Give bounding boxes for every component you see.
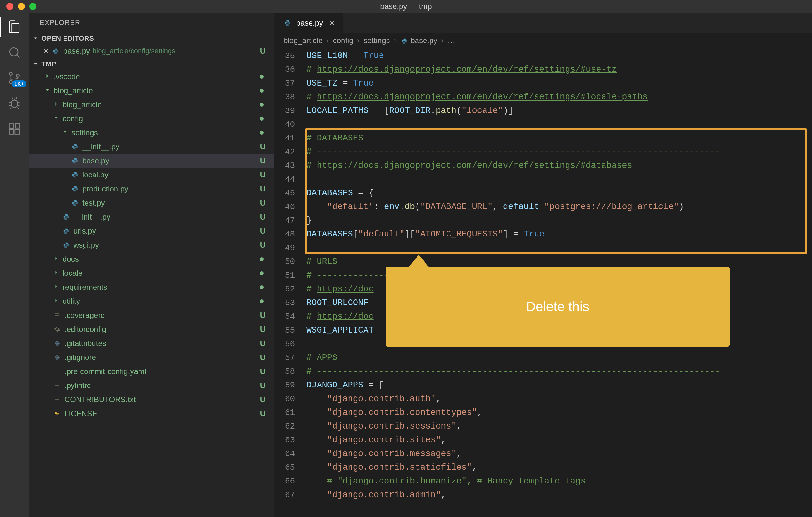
line-number: 37 xyxy=(274,77,307,90)
breadcrumb-item[interactable]: base.py xyxy=(400,36,438,45)
workspace-header[interactable]: TMP xyxy=(29,58,274,69)
extensions-icon[interactable] xyxy=(7,121,22,137)
folder-item[interactable]: config xyxy=(29,112,274,126)
code-line[interactable] xyxy=(307,241,812,255)
window-close-button[interactable] xyxy=(6,3,13,10)
file-item[interactable]: .coveragercU xyxy=(29,308,274,322)
breadcrumb-item[interactable]: config xyxy=(333,36,353,45)
svg-rect-7 xyxy=(15,123,20,128)
file-item[interactable]: local.pyU xyxy=(29,168,274,182)
code-line[interactable]: "django.contrib.messages", xyxy=(307,447,812,461)
code-content[interactable]: Delete this USE_L10N = True# https://doc… xyxy=(307,48,812,517)
git-status: U xyxy=(260,156,266,165)
code-line[interactable]: DJANGO_APPS = [ xyxy=(307,378,812,392)
file-item[interactable]: .editorconfigU xyxy=(29,322,274,336)
code-line[interactable]: # APPS xyxy=(307,351,812,365)
item-name: blog_article xyxy=(54,86,93,95)
file-item[interactable]: .pre-commit-config.yamlU xyxy=(29,365,274,378)
git-file-icon xyxy=(53,354,61,361)
debug-icon[interactable] xyxy=(7,96,22,111)
file-item[interactable]: __init__.pyU xyxy=(29,210,274,224)
file-item[interactable]: .gitattributesU xyxy=(29,336,274,350)
file-item[interactable]: .gitignoreU xyxy=(29,350,274,365)
breadcrumb-item[interactable]: blog_article xyxy=(284,36,323,45)
file-item[interactable]: production.pyU xyxy=(29,182,274,196)
folder-item[interactable]: requirements xyxy=(29,280,274,294)
callout-text: Delete this xyxy=(526,299,589,314)
code-line[interactable] xyxy=(307,118,812,132)
file-item[interactable]: CONTRIBUTORS.txtU xyxy=(29,393,274,407)
code-line[interactable]: # --------------------------------------… xyxy=(307,365,812,378)
close-editor-icon[interactable]: × xyxy=(41,47,51,56)
file-item[interactable]: base.pyU xyxy=(29,154,274,168)
open-editors-header[interactable]: OPEN EDITORS xyxy=(29,33,274,44)
code-line[interactable]: } xyxy=(307,214,812,228)
code-line[interactable]: "django.contrib.contenttypes", xyxy=(307,406,812,420)
item-name: test.py xyxy=(82,199,105,207)
code-line[interactable]: "django.contrib.admin", xyxy=(307,488,812,502)
file-item[interactable]: __init__.pyU xyxy=(29,140,274,154)
line-number: 46 xyxy=(274,200,307,214)
code-line[interactable]: "django.contrib.sites", xyxy=(307,433,812,447)
code-line[interactable]: "django.contrib.sessions", xyxy=(307,420,812,433)
window-minimize-button[interactable] xyxy=(18,3,25,10)
item-name: .pre-commit-config.yaml xyxy=(64,367,146,376)
explorer-sidebar: EXPLORER OPEN EDITORS × base.py blog_art… xyxy=(29,13,274,517)
titlebar[interactable]: base.py — tmp xyxy=(0,0,812,13)
svg-point-0 xyxy=(9,48,18,56)
annotation-callout: Delete this xyxy=(385,267,730,347)
item-name: __init__.py xyxy=(82,142,119,151)
code-line[interactable]: # https://docs.djangoproject.com/en/dev/… xyxy=(307,63,812,77)
code-editor[interactable]: 3536373839404142434445464748495051525354… xyxy=(274,48,812,517)
code-line[interactable]: # https://docs.djangoproject.com/en/dev/… xyxy=(307,159,812,173)
item-name: docs xyxy=(63,255,79,264)
code-line[interactable]: "default": env.db("DATABASE_URL", defaul… xyxy=(307,200,812,214)
line-number: 41 xyxy=(274,132,307,145)
py-file-icon xyxy=(62,242,70,248)
file-item[interactable]: .pylintrcU xyxy=(29,378,274,393)
code-line[interactable]: USE_L10N = True xyxy=(307,49,812,63)
line-number: 44 xyxy=(274,173,307,186)
file-item[interactable]: urls.pyU xyxy=(29,224,274,238)
folder-item[interactable]: locale xyxy=(29,266,274,280)
code-line[interactable]: LOCALE_PATHS = [ROOT_DIR.path("locale")] xyxy=(307,104,812,118)
item-name: .coveragerc xyxy=(64,311,105,320)
breadcrumb-item[interactable]: … xyxy=(447,36,455,45)
line-numbers: 3536373839404142434445464748495051525354… xyxy=(274,48,307,517)
tab-base-py[interactable]: base.py × xyxy=(274,13,343,33)
code-line[interactable]: USE_TZ = True xyxy=(307,77,812,90)
breadcrumb-item[interactable]: settings xyxy=(364,36,390,45)
folder-item[interactable]: blog_article xyxy=(29,98,274,112)
code-line[interactable]: DATABASES["default"]["ATOMIC_REQUESTS"] … xyxy=(307,228,812,241)
code-line[interactable]: # https://docs.djangoproject.com/en/dev/… xyxy=(307,90,812,104)
folder-item[interactable]: settings xyxy=(29,126,274,140)
code-line[interactable]: # "django.contrib.humanize", # Handy tem… xyxy=(307,475,812,488)
python-file-icon xyxy=(284,20,292,27)
folder-item[interactable]: blog_article xyxy=(29,84,274,98)
code-line[interactable]: # DATABASES xyxy=(307,132,812,145)
code-line[interactable]: "django.contrib.auth", xyxy=(307,392,812,406)
activity-bar: 1K+ xyxy=(0,13,29,517)
file-item[interactable]: LICENSEU xyxy=(29,407,274,421)
file-item[interactable]: test.pyU xyxy=(29,196,274,210)
open-editor-item[interactable]: × base.py blog_article/config/settings U xyxy=(29,44,274,58)
git-status: U xyxy=(260,325,266,334)
file-tree: .vscodeblog_articleblog_articleconfigset… xyxy=(29,69,274,517)
window-maximize-button[interactable] xyxy=(29,3,36,10)
code-line[interactable]: "django.contrib.staticfiles", xyxy=(307,461,812,475)
code-line[interactable]: # --------------------------------------… xyxy=(307,145,812,159)
folder-item[interactable]: utility xyxy=(29,294,274,308)
code-line[interactable] xyxy=(307,173,812,186)
search-icon[interactable] xyxy=(7,45,22,60)
folder-item[interactable]: .vscode xyxy=(29,69,274,84)
file-item[interactable]: wsgi.pyU xyxy=(29,238,274,252)
folder-item[interactable]: docs xyxy=(29,252,274,266)
git-status: U xyxy=(260,367,266,376)
code-line[interactable]: DATABASES = { xyxy=(307,186,812,200)
breadcrumbs[interactable]: blog_article›config›settings› base.py›… xyxy=(274,33,812,48)
explorer-icon[interactable] xyxy=(7,19,22,34)
source-control-icon[interactable]: 1K+ xyxy=(7,70,22,86)
git-status-dot xyxy=(260,271,264,275)
close-tab-icon[interactable]: × xyxy=(329,18,334,28)
git-file-icon xyxy=(53,340,61,347)
